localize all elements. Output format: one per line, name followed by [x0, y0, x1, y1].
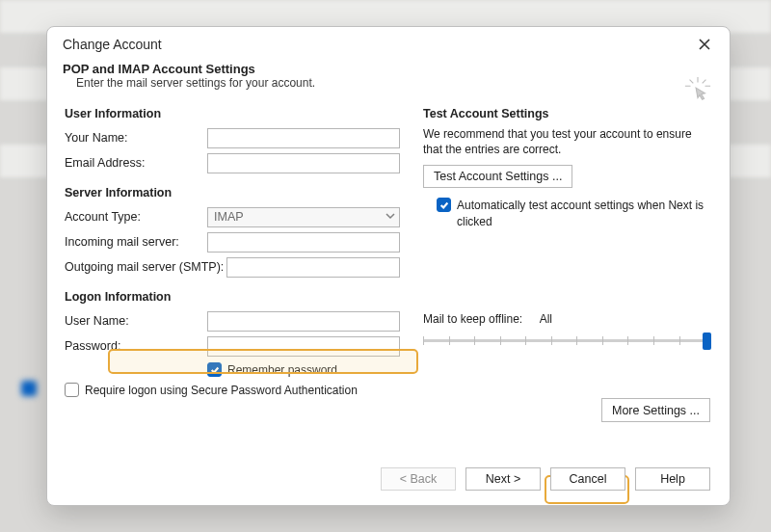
sparkle-cursor-icon — [683, 75, 712, 107]
left-column: User Information Your Name: Email Addres… — [65, 107, 400, 397]
close-icon — [699, 39, 710, 50]
password-field[interactable] — [207, 336, 400, 357]
chevron-down-icon — [386, 210, 395, 224]
change-account-dialog: Change Account POP and IMAP Account Sett… — [46, 26, 731, 506]
slider-thumb[interactable] — [703, 332, 711, 350]
test-account-settings-button[interactable]: Test Account Settings ... — [423, 165, 572, 188]
auto-test-label: Automatically test account settings when… — [457, 198, 712, 228]
next-button[interactable]: Next > — [465, 467, 541, 491]
cancel-button[interactable]: Cancel — [550, 467, 625, 491]
mail-offline-slider[interactable] — [423, 332, 707, 353]
email-address-field[interactable] — [207, 153, 400, 173]
mail-offline-value: All — [540, 312, 552, 326]
remember-password-label: Remember password — [227, 363, 337, 377]
checkmark-icon — [439, 200, 449, 210]
outgoing-server-label: Outgoing mail server (SMTP): — [65, 260, 226, 274]
right-column: Test Account Settings We recommend that … — [423, 107, 712, 397]
your-name-field[interactable] — [207, 128, 400, 148]
test-account-description: We recommend that you test your account … — [423, 126, 712, 157]
username-label: User Name: — [65, 314, 207, 328]
spa-checkbox[interactable] — [65, 383, 79, 397]
outgoing-server-field[interactable] — [226, 257, 400, 278]
logon-information-heading: Logon Information — [65, 290, 400, 304]
username-field[interactable] — [207, 311, 400, 332]
email-address-label: Email Address: — [65, 156, 207, 170]
remember-password-checkbox[interactable] — [207, 362, 222, 377]
your-name-label: Your Name: — [65, 131, 207, 145]
help-button[interactable]: Help — [635, 467, 710, 491]
dialog-heading: POP and IMAP Account Settings — [63, 62, 714, 76]
password-label: Password: — [65, 339, 207, 353]
dialog-subheader: POP and IMAP Account Settings Enter the … — [47, 58, 730, 90]
user-information-heading: User Information — [65, 107, 400, 120]
account-type-label: Account Type: — [65, 210, 207, 224]
dialog-footer: < Back Next > Cancel Help — [47, 453, 730, 505]
auto-test-checkbox[interactable] — [437, 198, 451, 212]
server-information-heading: Server Information — [65, 186, 400, 200]
checkmark-icon — [210, 365, 220, 375]
close-button[interactable] — [691, 33, 718, 56]
dialog-title: Change Account — [63, 37, 162, 52]
mail-offline-label: Mail to keep offline: — [423, 312, 537, 326]
account-type-value: IMAP — [214, 210, 244, 224]
incoming-server-label: Incoming mail server: — [65, 235, 207, 249]
more-settings-button[interactable]: More Settings ... — [601, 398, 710, 422]
back-button: < Back — [381, 467, 456, 491]
titlebar: Change Account — [47, 27, 730, 58]
spa-label: Require logon using Secure Password Auth… — [85, 384, 358, 397]
dialog-subheading: Enter the mail server settings for your … — [63, 76, 714, 90]
test-account-heading: Test Account Settings — [423, 107, 712, 120]
account-type-select: IMAP — [207, 207, 400, 227]
slider-ticks — [423, 336, 707, 345]
incoming-server-field[interactable] — [207, 232, 400, 253]
